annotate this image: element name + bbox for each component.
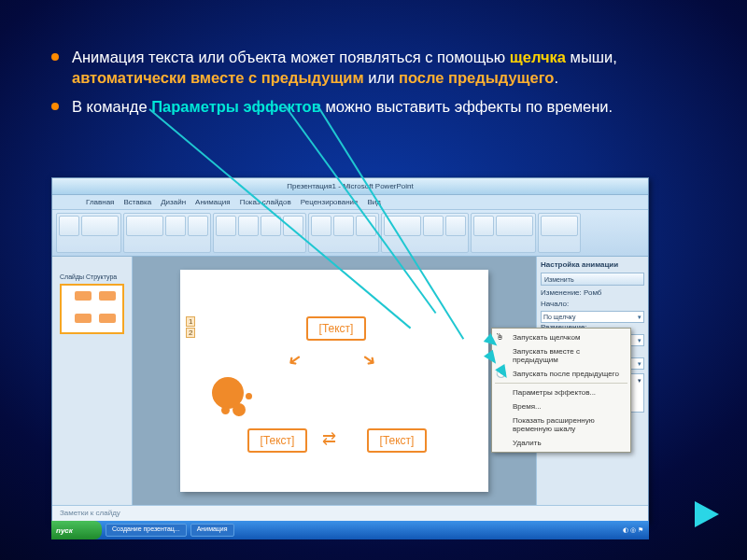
smartart-text-3[interactable]: [Текст]: [367, 428, 427, 453]
bullet-2-hl1: Параметры эффектов: [151, 98, 321, 115]
ribbon-button[interactable]: [473, 216, 494, 236]
tab-review[interactable]: Рецензирование: [301, 198, 359, 206]
smartart-arrow-icon: ➜: [358, 347, 381, 372]
ribbon: [52, 210, 648, 257]
windows-taskbar: пуск Создание презентац... Анимация ◐ ◎ …: [51, 521, 649, 539]
smartart-text-2[interactable]: [Текст]: [247, 428, 307, 453]
decorative-circle: [221, 406, 230, 414]
bullet-1: Анимация текста или объекта может появля…: [51, 47, 696, 89]
smartart-arrow-icon: ➜: [283, 347, 306, 372]
bullet-1-hl1: щелчка: [510, 49, 566, 65]
decorative-circle: [233, 403, 246, 416]
bullet-1-hl3: после предыдущего: [399, 69, 555, 86]
bullet-2: В команде Параметры эффектов можно выста…: [51, 96, 696, 117]
menu-start-with-previous[interactable]: Запускать вместе с предыдущим: [492, 344, 630, 367]
ribbon-button[interactable]: [188, 216, 208, 236]
animation-tags: 12: [186, 316, 195, 339]
taskbar-item-1[interactable]: Создание презентац...: [106, 524, 187, 537]
slide-thumbnails-pane: Слайды Структура: [52, 257, 133, 505]
app-title: Презентация1 - Microsoft PowerPoint: [287, 182, 413, 190]
start-select[interactable]: По щелчку: [541, 311, 644, 323]
change-button[interactable]: Изменить: [541, 273, 644, 286]
taskbar-item-2[interactable]: Анимация: [190, 524, 234, 537]
ribbon-button[interactable]: [81, 216, 119, 236]
animation-pane-title: Настройка анимации: [541, 260, 644, 269]
context-menu: 🖱Запускать щелчком Запускать вместе с пр…: [491, 328, 631, 453]
system-tray[interactable]: ◐ ◎ ⚑: [617, 526, 649, 534]
menu-advanced-timeline[interactable]: Показать расширенную временную шкалу: [492, 413, 630, 436]
ribbon-button[interactable]: [283, 216, 303, 236]
tab-design[interactable]: Дизайн: [161, 198, 186, 206]
menu-separator: [495, 383, 627, 384]
window-titlebar: Презентация1 - Microsoft PowerPoint: [52, 178, 648, 195]
ribbon-button[interactable]: [238, 216, 259, 236]
menu-remove[interactable]: Удалить: [492, 436, 630, 450]
start-button[interactable]: пуск: [51, 521, 102, 539]
thumbs-tab-label[interactable]: Слайды Структура: [60, 273, 124, 280]
ribbon-button[interactable]: [496, 216, 533, 236]
menu-timing[interactable]: Время...: [492, 399, 630, 413]
ribbon-button[interactable]: [216, 216, 236, 236]
ribbon-button[interactable]: [126, 216, 163, 236]
tab-animation[interactable]: Анимация: [195, 198, 231, 206]
bullet-1-text: Анимация текста или объекта может появля…: [72, 49, 510, 65]
smartart-text-1[interactable]: [Текст]: [306, 316, 366, 341]
menu-start-after-previous[interactable]: 🕑Запускать после предыдущего: [492, 367, 630, 381]
ribbon-button[interactable]: [59, 216, 79, 236]
smartart-arrow-icon: ⇄: [322, 428, 336, 449]
tab-home[interactable]: Главная: [86, 198, 114, 206]
ribbon-button[interactable]: [445, 216, 466, 236]
slide-canvas-area: 12 [Текст] [Текст] [Текст] ➜ ➜ ⇄: [133, 257, 536, 505]
menu-effect-options[interactable]: Параметры эффектов...: [492, 385, 630, 399]
notes-bar[interactable]: Заметки к слайду: [52, 505, 648, 522]
ribbon-button[interactable]: [165, 216, 186, 236]
ribbon-button[interactable]: [423, 216, 444, 236]
screenshot-powerpoint: Презентация1 - Microsoft PowerPoint Глав…: [51, 177, 649, 523]
menu-start-onclick[interactable]: 🖱Запускать щелчком: [492, 330, 630, 344]
start-label: Начало:: [541, 300, 644, 308]
ribbon-button[interactable]: [541, 216, 578, 236]
ribbon-button[interactable]: [333, 216, 354, 236]
tab-insert[interactable]: Вставка: [123, 198, 151, 206]
slide-thumbnail-1[interactable]: [60, 284, 124, 334]
next-slide-arrow-icon[interactable]: [695, 501, 719, 527]
modification-label: Изменение: Ромб: [541, 288, 644, 297]
bullet-1-hl2: автоматически вместе с предыдущим: [72, 69, 364, 86]
decorative-circle: [246, 393, 252, 399]
ribbon-button[interactable]: [311, 216, 331, 236]
